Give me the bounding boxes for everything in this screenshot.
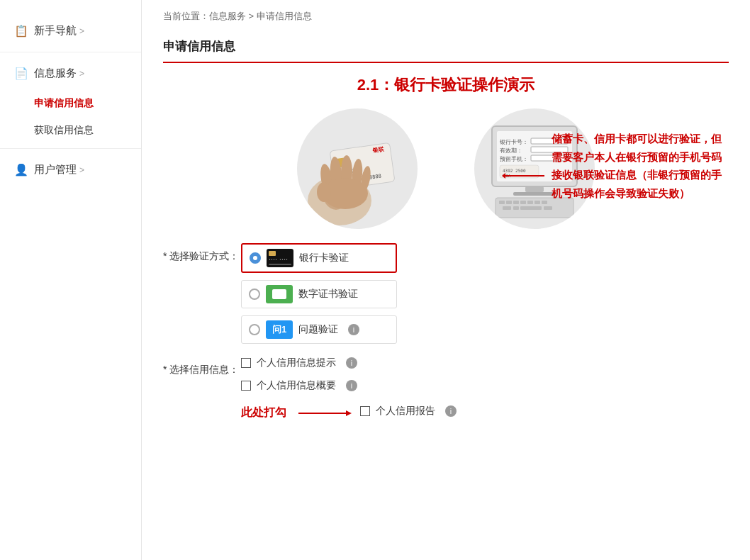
sidebar-item-user[interactable]: 👤 用户管理 > bbox=[0, 153, 141, 186]
bank-card-label: 银行卡验证 bbox=[299, 252, 349, 264]
get-credit-label: 获取信用信息 bbox=[34, 124, 94, 135]
annotation-text: 此处打勾 bbox=[241, 405, 286, 420]
sidebar-item-guide[interactable]: 📋 新手导航 > bbox=[0, 14, 141, 47]
svg-rect-27 bbox=[513, 192, 556, 196]
callout-box: 储蓄卡、信用卡都可以进行验证，但需要客户本人在银行预留的手机号码接收银联验证信息… bbox=[552, 130, 729, 202]
svg-rect-38 bbox=[520, 206, 542, 210]
page-title: 申请信用信息 bbox=[163, 38, 729, 63]
card-illustration-svg: XXXXXXX 4392 2500 8888 VISA 银联 bbox=[297, 108, 418, 229]
svg-rect-36 bbox=[503, 206, 511, 210]
svg-rect-26 bbox=[525, 186, 544, 192]
credit-hint-info[interactable]: i bbox=[346, 357, 357, 369]
user-icon: 👤 bbox=[14, 163, 28, 177]
credit-report-info[interactable]: i bbox=[445, 405, 457, 417]
credit-info-row: * 选择信用信息： 个人信用信息提示 i 个人信用信息概要 i 此处打勾 bbox=[163, 357, 729, 420]
sidebar-guide-label: 新手导航 bbox=[34, 24, 77, 38]
svg-rect-31 bbox=[513, 201, 519, 204]
option-question[interactable]: 问1 问题验证 i bbox=[241, 315, 397, 344]
svg-marker-43 bbox=[346, 410, 352, 416]
sidebar-divider-1 bbox=[0, 52, 141, 52]
credit-options: 个人信用信息提示 i 个人信用信息概要 i 此处打勾 bbox=[241, 357, 457, 420]
credit-report-checkbox[interactable] bbox=[360, 406, 370, 416]
apply-credit-label: 申请信用信息 bbox=[34, 97, 94, 108]
form-section: * 选择验证方式： •••• •••• 银行卡验证 bbox=[163, 243, 729, 420]
annotation-arrow bbox=[295, 408, 352, 418]
guide-icon: 📋 bbox=[14, 24, 28, 38]
card-mini-icon: •••• •••• bbox=[267, 249, 293, 267]
annotation-arrow-svg bbox=[295, 408, 352, 418]
sidebar-item-info[interactable]: 📄 信息服务 > bbox=[0, 57, 141, 90]
svg-rect-39 bbox=[544, 206, 552, 210]
credit-hint-item: 个人信用信息提示 i bbox=[241, 357, 457, 369]
sidebar-info-label: 信息服务 bbox=[34, 67, 77, 80]
verify-label: * 选择验证方式： bbox=[163, 243, 241, 263]
svg-rect-34 bbox=[534, 201, 540, 204]
question-info-icon[interactable]: i bbox=[348, 324, 359, 335]
radio-bank-card[interactable] bbox=[250, 252, 261, 264]
radio-digital-cert[interactable] bbox=[249, 289, 260, 300]
svg-text:有效期：: 有效期： bbox=[500, 147, 522, 154]
svg-rect-32 bbox=[520, 201, 526, 204]
svg-rect-35 bbox=[542, 201, 547, 204]
svg-rect-30 bbox=[506, 201, 512, 204]
question-label: 问题验证 bbox=[298, 323, 338, 336]
svg-rect-33 bbox=[527, 201, 533, 204]
callout-arrow-svg bbox=[502, 169, 552, 183]
credit-overview-info[interactable]: i bbox=[346, 380, 357, 391]
credit-overview-item: 个人信用信息概要 i bbox=[241, 379, 457, 392]
main-content: 当前位置：信息服务 > 申请信用信息 申请信用信息 2.1：银行卡验证操作演示 … bbox=[142, 0, 750, 560]
breadcrumb: 当前位置：信息服务 > 申请信用信息 bbox=[163, 0, 729, 30]
credit-label: * 选择信用信息： bbox=[163, 357, 241, 376]
svg-rect-29 bbox=[499, 201, 505, 204]
svg-point-14 bbox=[317, 182, 331, 202]
bottom-annotation: 此处打勾 bbox=[241, 405, 360, 420]
svg-text:银行卡号：: 银行卡号： bbox=[499, 139, 528, 145]
verify-method-row: * 选择验证方式： •••• •••• 银行卡验证 bbox=[163, 243, 729, 344]
digital-cert-label: 数字证书验证 bbox=[298, 288, 358, 301]
sidebar-user-label: 用户管理 bbox=[34, 163, 77, 177]
illustration-row: XXXXXXX 4392 2500 8888 VISA 银联 bbox=[163, 108, 729, 229]
svg-rect-37 bbox=[513, 206, 519, 210]
credit-report-row: 此处打勾 个人信用报告 i bbox=[241, 402, 457, 420]
sidebar-subitem-apply-credit[interactable]: 申请信用信息 bbox=[0, 90, 141, 117]
demo-title: 2.1：银行卡验证操作演示 bbox=[163, 74, 729, 96]
cert-mini-icon bbox=[266, 285, 293, 303]
user-arrow: > bbox=[79, 165, 84, 175]
credit-hint-checkbox[interactable] bbox=[241, 358, 251, 368]
verify-options: •••• •••• 银行卡验证 数字证书验证 bbox=[241, 243, 397, 344]
callout-text: 储蓄卡、信用卡都可以进行验证，但需要客户本人在银行预留的手机号码接收银联验证信息… bbox=[552, 130, 729, 202]
option-bank-card[interactable]: •••• •••• 银行卡验证 bbox=[241, 243, 397, 273]
credit-report-item: 个人信用报告 i bbox=[360, 405, 457, 418]
sidebar: 📋 新手导航 > 📄 信息服务 > 申请信用信息 获取信用信息 👤 用户管理 > bbox=[0, 0, 142, 560]
card-circle: XXXXXXX 4392 2500 8888 VISA 银联 bbox=[297, 108, 418, 229]
credit-hint-label: 个人信用信息提示 bbox=[257, 357, 336, 369]
info-icon: 📄 bbox=[14, 67, 28, 80]
credit-overview-checkbox[interactable] bbox=[241, 381, 251, 391]
svg-text:预留手机：: 预留手机： bbox=[500, 156, 528, 162]
sidebar-divider-2 bbox=[0, 148, 141, 149]
radio-question[interactable] bbox=[249, 324, 260, 335]
info-arrow: > bbox=[79, 69, 84, 79]
question-mini-icon: 问1 bbox=[266, 320, 293, 339]
credit-report-label: 个人信用报告 bbox=[376, 405, 435, 418]
guide-arrow: > bbox=[79, 26, 84, 36]
option-digital-cert[interactable]: 数字证书验证 bbox=[241, 280, 397, 308]
svg-marker-41 bbox=[502, 173, 505, 179]
credit-overview-label: 个人信用信息概要 bbox=[257, 379, 336, 392]
sidebar-subitem-get-credit[interactable]: 获取信用信息 bbox=[0, 117, 141, 144]
